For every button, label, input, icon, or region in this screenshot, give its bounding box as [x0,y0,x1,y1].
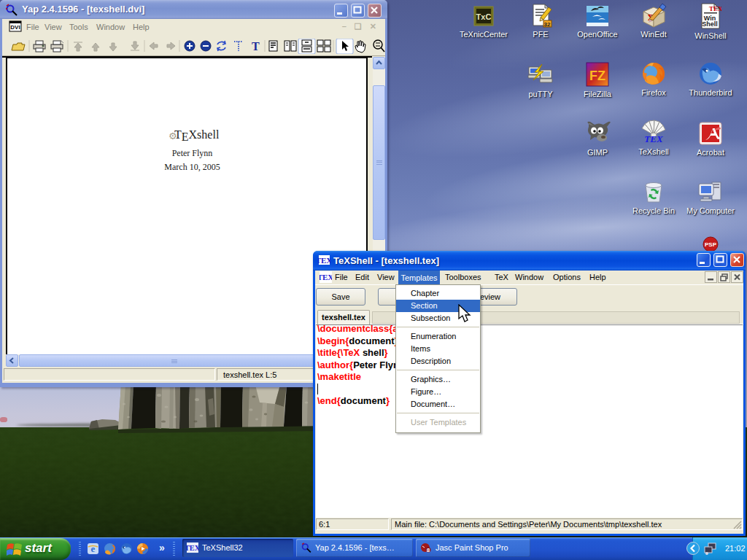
svg-text:Shell: Shell [702,20,718,28]
svg-text:DVI: DVI [10,24,20,31]
svg-text:TЕX: TЕX [187,544,198,552]
svg-text:T: T [252,40,260,52]
svg-text:TЕX: TЕX [320,273,332,281]
svg-text:TЕX: TЕX [318,256,330,265]
svg-text:e: e [91,543,96,554]
svg-text:TxC: TxC [476,12,492,21]
svg-text:FZ: FZ [589,69,605,83]
svg-text:TЕX: TЕX [644,133,663,144]
svg-text:8: 8 [427,547,430,553]
svg-text:32: 32 [544,21,551,28]
svg-text:TЕX: TЕX [709,5,721,12]
svg-text:PSP: PSP [705,241,717,248]
